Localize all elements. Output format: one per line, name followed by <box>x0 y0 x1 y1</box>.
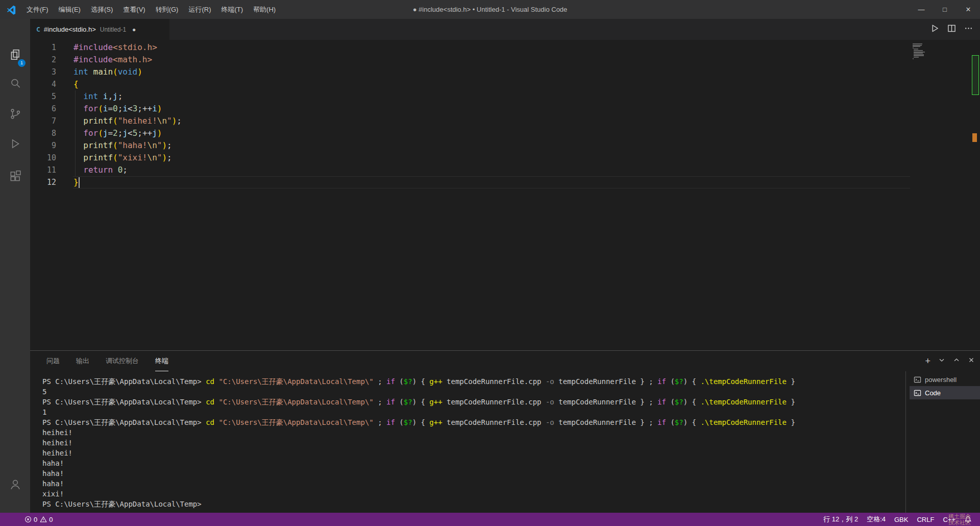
terminal-dropdown-icon[interactable] <box>938 356 945 366</box>
notifications-bell-icon[interactable] <box>964 516 972 523</box>
panel-header: 问题 输出 调试控制台 终端 + <box>30 351 980 371</box>
line-number[interactable]: 2 <box>30 54 56 66</box>
minimize-button[interactable]: — <box>910 0 933 19</box>
activity-bar: 1 1 <box>0 19 30 513</box>
error-count: 0 <box>34 516 37 523</box>
panel-tab-terminal[interactable]: 终端 <box>155 351 168 371</box>
minimap[interactable] <box>910 40 972 350</box>
line-number[interactable]: 4 <box>30 78 56 90</box>
warning-icon <box>40 516 47 523</box>
terminal-line: PS C:\Users\王孖豪\AppData\Local\Temp> cd "… <box>42 417 905 427</box>
line-number[interactable]: 7 <box>30 115 56 127</box>
code-lines[interactable]: #include<stdio.h>#include<math.h>int mai… <box>74 41 182 188</box>
minimap-line <box>913 58 914 59</box>
tab-untitled-1[interactable]: C #include<stdio.h> Untitled-1 ● <box>30 19 170 40</box>
terminal-line: 5 <box>42 387 905 397</box>
split-editor-button[interactable] <box>947 24 956 35</box>
tab-description: Untitled-1 <box>100 26 126 33</box>
gutter[interactable]: 123456789101112 <box>30 41 56 188</box>
code-editor[interactable]: 123456789101112 #include<stdio.h>#includ… <box>30 40 980 350</box>
terminal-line: heihei! <box>42 448 905 458</box>
code-line[interactable]: printf("haha!\n"); <box>74 139 182 152</box>
line-number[interactable]: 11 <box>30 164 56 176</box>
code-line[interactable]: #include<stdio.h> <box>74 41 182 54</box>
search-icon[interactable] <box>0 70 30 97</box>
language-mode[interactable]: C++ <box>943 516 955 523</box>
line-number[interactable]: 6 <box>30 103 56 115</box>
overview-ruler-marker <box>972 133 977 142</box>
menu-file[interactable]: 文件(F) <box>21 0 54 19</box>
menu-view[interactable]: 查看(V) <box>118 0 150 19</box>
menu-run[interactable]: 运行(R) <box>183 0 216 19</box>
minimap-line <box>913 46 920 47</box>
line-number[interactable]: 3 <box>30 66 56 78</box>
code-line[interactable]: #include<math.h> <box>74 54 182 66</box>
terminal-line: haha! <box>42 479 905 489</box>
menu-selection[interactable]: 选择(S) <box>86 0 118 19</box>
menu-help[interactable]: 帮助(H) <box>248 0 281 19</box>
terminal-line: haha! <box>42 468 905 479</box>
line-number[interactable]: 5 <box>30 90 56 103</box>
source-control-icon[interactable] <box>0 101 30 127</box>
title-bar: 文件(F) 编辑(E) 选择(S) 查看(V) 转到(G) 运行(R) 终端(T… <box>0 0 980 19</box>
cursor-position[interactable]: 行 12，列 2 <box>823 515 858 524</box>
new-terminal-button[interactable]: + <box>925 356 930 366</box>
maximize-button[interactable]: □ <box>933 0 957 19</box>
panel-tab-output[interactable]: 输出 <box>76 351 89 371</box>
extensions-icon[interactable] <box>0 163 30 189</box>
eol-sequence[interactable]: CRLF <box>917 516 934 523</box>
indentation[interactable]: 空格:4 <box>867 515 886 524</box>
terminal-list-item-code[interactable]: Code <box>910 386 980 399</box>
menu-go[interactable]: 转到(G) <box>151 0 184 19</box>
terminal-list: powershell Code <box>910 373 980 399</box>
explorer-icon[interactable]: 1 <box>0 41 30 68</box>
line-number[interactable]: 10 <box>30 152 56 164</box>
menu-edit[interactable]: 编辑(E) <box>54 0 86 19</box>
code-line[interactable]: printf("heihei!\n"); <box>74 115 182 127</box>
more-actions-button[interactable] <box>964 24 973 35</box>
bottom-panel: 问题 输出 调试控制台 终端 + PS C:\Users\王孖豪\AppData… <box>30 350 980 513</box>
code-line[interactable]: for(j=2;j<5;++j) <box>74 127 182 139</box>
terminal-line: heihei! <box>42 427 905 438</box>
line-number[interactable]: 12 <box>30 176 56 188</box>
terminal-list-item-powershell[interactable]: powershell <box>910 373 980 386</box>
warnings-indicator[interactable]: 0 <box>40 516 53 523</box>
terminal-line: PS C:\Users\王孖豪\AppData\Local\Temp> cd "… <box>42 397 905 407</box>
window-title: ● #include<stdio.h> • Untitled-1 - Visua… <box>413 0 568 19</box>
close-panel-icon[interactable] <box>968 356 975 366</box>
line-number[interactable]: 8 <box>30 127 56 139</box>
code-line[interactable]: printf("xixi!\n"); <box>74 152 182 164</box>
code-line[interactable]: int i,j; <box>74 90 182 103</box>
terminal-line: 1 <box>42 407 905 417</box>
encoding[interactable]: GBK <box>894 516 908 523</box>
run-debug-icon[interactable] <box>0 131 30 157</box>
code-line[interactable]: { <box>74 78 182 90</box>
line-number[interactable]: 1 <box>30 41 56 54</box>
scrollbar-slider[interactable] <box>972 55 979 95</box>
errors-indicator[interactable]: 0 <box>24 516 37 523</box>
code-line[interactable]: for(i=0;i<3;++i) <box>74 103 182 115</box>
code-line[interactable]: return 0; <box>74 164 182 176</box>
terminal-output[interactable]: PS C:\Users\王孖豪\AppData\Local\Temp> cd "… <box>42 376 905 509</box>
panel-tab-debug-console[interactable]: 调试控制台 <box>106 351 139 371</box>
menu-terminal[interactable]: 终端(T) <box>216 0 248 19</box>
code-line[interactable]: int main(void) <box>74 66 182 78</box>
tab-bar: C #include<stdio.h> Untitled-1 ● <box>30 19 980 40</box>
line-number[interactable]: 9 <box>30 139 56 152</box>
maximize-panel-icon[interactable] <box>953 356 960 366</box>
tab-title: #include<stdio.h> <box>44 26 96 33</box>
run-code-button[interactable] <box>930 24 939 35</box>
terminal-line: xixi! <box>42 489 905 499</box>
current-line-highlight <box>73 176 910 188</box>
account-icon[interactable] <box>0 471 30 497</box>
vscode-logo-icon <box>6 5 16 15</box>
warning-count: 0 <box>49 516 53 523</box>
status-bar: 0 0 行 12，列 2 空格:4 GBK CRLF C++ <box>0 513 980 526</box>
terminal-list-label: Code <box>925 389 941 397</box>
code-line[interactable]: } <box>74 176 182 188</box>
close-button[interactable]: ✕ <box>957 0 980 19</box>
panel-tab-problems[interactable]: 问题 <box>46 351 60 371</box>
modified-dot-icon[interactable]: ● <box>132 26 136 33</box>
terminal-list-divider[interactable] <box>905 371 906 513</box>
terminal-line: PS C:\Users\王孖豪\AppData\Local\Temp> <box>42 499 905 509</box>
